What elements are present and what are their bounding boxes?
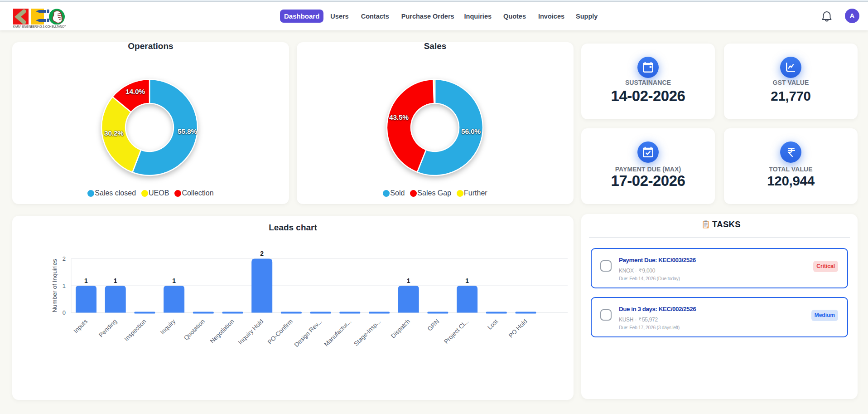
svg-text:PO Hold: PO Hold: [507, 318, 529, 339]
svg-text:2: 2: [63, 255, 66, 262]
svg-text:1: 1: [172, 277, 176, 284]
svg-text:Project Cl...: Project Cl...: [443, 318, 470, 345]
svg-text:1: 1: [63, 282, 66, 289]
svg-text:Design Rev...: Design Rev...: [293, 318, 323, 348]
svg-text:1: 1: [84, 277, 88, 284]
svg-text:Inquiry Hold: Inquiry Hold: [237, 318, 265, 346]
svg-text:0: 0: [63, 309, 66, 316]
svg-text:PO-Confirm: PO-Confirm: [266, 318, 294, 346]
svg-text:Dispatch: Dispatch: [390, 318, 411, 340]
svg-text:Quotation: Quotation: [183, 318, 206, 341]
svg-text:Number of Inquiries: Number of Inquiries: [51, 259, 58, 312]
svg-text:Manufactur...: Manufactur...: [323, 318, 353, 348]
svg-text:1: 1: [407, 277, 410, 284]
svg-text:Stage-Insp...: Stage-Insp...: [352, 318, 382, 347]
svg-text:Inputs: Inputs: [72, 318, 89, 335]
svg-text:1: 1: [114, 277, 117, 284]
svg-text:Pending: Pending: [97, 318, 118, 339]
svg-text:Lost: Lost: [486, 318, 499, 331]
svg-text:Inspection: Inspection: [123, 318, 147, 342]
svg-text:Negotiation: Negotiation: [209, 318, 236, 345]
svg-text:GRN: GRN: [426, 318, 441, 332]
svg-text:Inquiry: Inquiry: [159, 318, 177, 336]
svg-text:2: 2: [260, 250, 264, 257]
svg-text:1: 1: [465, 277, 469, 284]
